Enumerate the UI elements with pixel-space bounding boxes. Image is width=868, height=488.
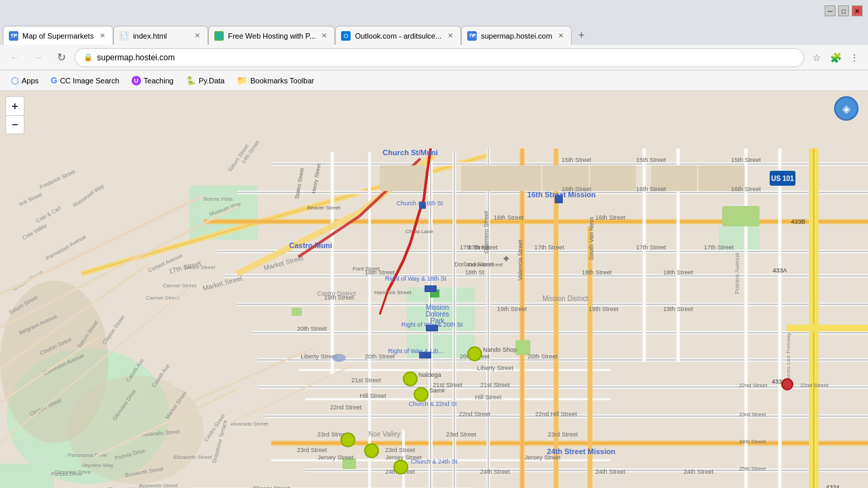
svg-text:22nd Street: 22nd Street: [800, 382, 829, 388]
bookmark-teaching[interactable]: U Teaching: [126, 75, 179, 87]
nav-extra-buttons: ☆ 🧩 ⋮: [808, 49, 863, 66]
bookmark-apps[interactable]: ⬡ Apps: [5, 74, 44, 87]
forward-button[interactable]: →: [28, 48, 47, 67]
tab-close-3[interactable]: ✕: [319, 31, 329, 41]
svg-text:15th Street: 15th Street: [561, 157, 592, 163]
svg-text:19th Street: 19th Street: [497, 306, 528, 312]
tab-supermap[interactable]: 🗺 supermap.hostei.com ✕: [461, 26, 572, 45]
svg-text:16th Street: 16th Street: [636, 186, 667, 192]
svg-text:16th Street Mission: 16th Street Mission: [528, 190, 596, 199]
bookmark-py-data[interactable]: 🐍 Py.Data: [180, 75, 230, 87]
bookmark-cc-label: CC Image Search: [60, 77, 119, 85]
tab-favicon-1: 🗺: [9, 31, 18, 41]
svg-text:16th Street: 16th Street: [494, 214, 524, 221]
address-input[interactable]: [97, 53, 795, 62]
zoom-in-button[interactable]: +: [5, 96, 24, 115]
svg-text:Chula Lane: Chula Lane: [406, 228, 433, 235]
svg-text:23rd Street: 23rd Street: [739, 411, 766, 418]
svg-point-239: [341, 433, 355, 447]
tab-close-2[interactable]: ✕: [193, 31, 202, 41]
google-icon: G: [51, 76, 57, 85]
tab-title-2: index.html: [133, 32, 189, 40]
svg-text:Church St/Muni: Church St/Muni: [382, 148, 437, 157]
svg-text:Dorland Street: Dorland Street: [468, 262, 503, 268]
compass-button[interactable]: ◈: [834, 96, 859, 121]
title-bar: ─ □ ✕: [0, 0, 868, 22]
tab-title-1: Map of Supermarkets: [22, 32, 94, 40]
svg-text:Noe Valley: Noe Valley: [368, 430, 401, 438]
menu-button[interactable]: ⋮: [846, 49, 863, 66]
svg-rect-73: [292, 308, 302, 316]
svg-text:Jersey Street: Jersey Street: [317, 454, 354, 461]
svg-point-237: [414, 388, 428, 401]
bookmark-cc-image-search[interactable]: G CC Image Search: [45, 75, 125, 87]
svg-text:South Van Ness: South Van Ness: [588, 216, 595, 260]
tab-map-supermarkets[interactable]: 🗺 Map of Supermarkets ✕: [3, 26, 113, 45]
navigation-bar: ← → ↻ 🔒 ☆ 🧩 ⋮: [0, 45, 868, 70]
svg-text:Saturn Street: Saturn Street: [183, 264, 216, 270]
svg-text:18th St: 18th St: [465, 269, 485, 276]
map-svg: 15th Street 15th Street 15th Street 16th…: [0, 91, 868, 488]
svg-text:Elizabeth Street: Elizabeth Street: [174, 454, 212, 460]
svg-text:Right of Way & 18th St: Right of Way & 18th St: [385, 275, 447, 282]
bookmark-py-label: Py.Data: [199, 77, 224, 85]
svg-point-203: [332, 354, 346, 362]
tab-close-4[interactable]: ✕: [446, 31, 455, 41]
map-compass[interactable]: ◈: [834, 96, 859, 121]
python-icon: 🐍: [186, 76, 196, 85]
back-button[interactable]: ←: [5, 48, 24, 67]
tab-favicon-4: O: [341, 31, 351, 41]
bookmark-bookmarks-toolbar[interactable]: 📁 Bookmarks Toolbar: [231, 74, 319, 87]
svg-text:17th Street: 17th Street: [636, 244, 667, 251]
bookmark-teaching-label: Teaching: [144, 77, 174, 85]
reload-button[interactable]: ↻: [52, 48, 71, 67]
svg-text:Mission District: Mission District: [542, 295, 588, 302]
svg-text:21st Street: 21st Street: [480, 382, 510, 388]
address-bar[interactable]: 🔒: [75, 48, 804, 67]
svg-rect-66: [380, 165, 426, 191]
svg-text:Skyview Way: Skyview Way: [81, 462, 113, 468]
tab-close-1[interactable]: ✕: [98, 31, 107, 41]
tab-outlook[interactable]: O Outlook.com - arditsulce... ✕: [335, 26, 461, 45]
zoom-out-button[interactable]: −: [5, 115, 24, 134]
svg-text:Hancock Street: Hancock Street: [374, 289, 412, 296]
svg-text:19th Street: 19th Street: [663, 306, 694, 312]
svg-text:16th Street: 16th Street: [731, 186, 762, 192]
tab-index-html[interactable]: 📄 index.html ✕: [113, 26, 208, 45]
svg-text:15th Street: 15th Street: [731, 157, 762, 163]
svg-text:Alvarado Street: Alvarado Street: [231, 421, 269, 427]
svg-text:Hill Street: Hill Street: [359, 392, 387, 399]
svg-text:James Lick Freeway: James Lick Freeway: [785, 333, 791, 382]
svg-rect-207: [425, 285, 437, 292]
svg-text:Church & 16th St: Church & 16th St: [397, 200, 443, 207]
tab-favicon-5: 🗺: [467, 31, 477, 41]
map-zoom-controls: + −: [5, 96, 24, 134]
map-container[interactable]: + − ◈ 500: [0, 91, 868, 488]
svg-text:24th Street: 24th Street: [684, 468, 714, 475]
svg-text:22nd Street: 22nd Street: [739, 382, 768, 388]
svg-text:19th Street: 19th Street: [589, 306, 619, 312]
tab-free-hosting[interactable]: 🌐 Free Web Hosting with P... ✕: [208, 26, 335, 45]
svg-text:23rd Street: 23rd Street: [548, 431, 578, 438]
svg-text:20th Street: 20th Street: [297, 325, 328, 332]
svg-text:Castro District: Castro District: [317, 290, 356, 297]
svg-point-233: [468, 347, 481, 361]
close-button[interactable]: ✕: [852, 5, 863, 16]
udemy-icon: U: [132, 76, 141, 85]
bookmark-star-button[interactable]: ☆: [808, 49, 825, 66]
bookmark-toolbar-label: Bookmarks Toolbar: [250, 77, 314, 85]
extensions-button[interactable]: 🧩: [827, 49, 844, 66]
minimize-button[interactable]: ─: [825, 5, 835, 16]
svg-rect-74: [722, 206, 760, 226]
svg-text:17th Street: 17th Street: [704, 244, 734, 251]
svg-text:24th Street: 24th Street: [739, 439, 766, 445]
svg-text:Potrero Avenue: Potrero Avenue: [734, 252, 741, 294]
svg-point-242: [782, 379, 793, 390]
svg-text:Bosworth Street: Bosworth Street: [139, 483, 178, 488]
new-tab-button[interactable]: +: [572, 26, 591, 45]
tab-favicon-2: 📄: [119, 31, 129, 41]
maximize-button[interactable]: □: [838, 5, 849, 16]
tab-close-5[interactable]: ✕: [556, 31, 566, 41]
svg-text:23rd Street: 23rd Street: [297, 447, 328, 453]
svg-text:Liberty Street: Liberty Street: [477, 365, 513, 371]
